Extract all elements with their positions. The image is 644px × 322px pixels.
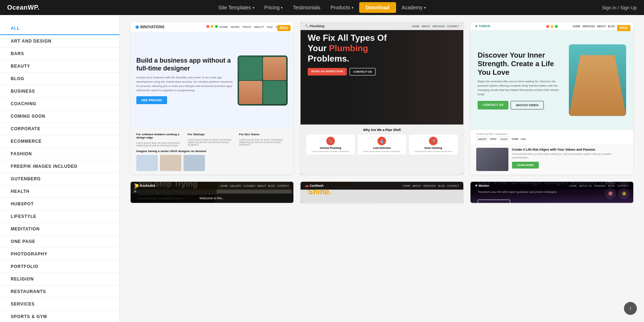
thrive-cta1: CONTACT US bbox=[478, 101, 508, 109]
download-button[interactable]: Download bbox=[359, 2, 396, 13]
scroll-to-top-button[interactable]: ↑ bbox=[624, 302, 637, 315]
window-controls bbox=[206, 25, 218, 28]
sidebar-item-fashion[interactable]: FASHION bbox=[0, 148, 119, 160]
card-preview-mentor: PRO ☀ Mentor HOMEABOUT USTRAININGBLOGCON… bbox=[470, 182, 633, 203]
auth-link[interactable]: Sign In / Sign Up bbox=[602, 5, 637, 10]
dot-red bbox=[546, 25, 549, 28]
thrive-clients-section: Trusted by 500+ companies naturel Diffie… bbox=[470, 130, 633, 144]
card-preview-rocksolid: PRO 🟡 Rocksolid HOMEGALLERYCLASSESABOUTB… bbox=[131, 182, 293, 203]
nav-testimonials[interactable]: Testimonials bbox=[288, 3, 325, 13]
page-wrap: ALL ART AND DESIGN BARS BEAUTY BLOG BUSI… bbox=[0, 15, 644, 322]
sidebar-item-religion[interactable]: RELIGION bbox=[0, 273, 119, 286]
main-content: PRO 🔷 INNOVATIONS HOME WORK PRICE ABOUT … bbox=[120, 15, 644, 322]
sidebar-item-blog[interactable]: BLOG bbox=[0, 73, 119, 85]
chevron-down-icon: ▾ bbox=[424, 6, 426, 10]
sidebar-item-ecommerce[interactable]: ECOMMERCE bbox=[0, 135, 119, 148]
sidebar-item-corporate[interactable]: CORPORATE bbox=[0, 123, 119, 135]
template-grid: PRO 🔷 INNOVATIONS HOME WORK PRICE ABOUT … bbox=[131, 22, 633, 203]
nav-academy[interactable]: Academy ▾ bbox=[397, 3, 430, 13]
rocksolid-footer-preview: Welcome to the... bbox=[131, 194, 293, 203]
chevron-down-icon: ▾ bbox=[352, 6, 353, 10]
sidebar-item-one-page[interactable]: ONE PAGE bbox=[0, 235, 119, 248]
template-card-thrive[interactable]: PRO ★ THRIVE HOMESERVICESABOUTBLOGCONTAC… bbox=[470, 22, 633, 175]
sidebar-item-services[interactable]: SERVICES bbox=[0, 298, 119, 311]
sidebar-item-lifestyle[interactable]: LIFESTYLE bbox=[0, 210, 119, 223]
sidebar-item-health[interactable]: HEALTH bbox=[0, 185, 119, 198]
sidebar-item-beauty[interactable]: BEAUTY bbox=[0, 60, 119, 73]
carwash-hero-sub: Professional car wash services for the c… bbox=[308, 201, 456, 203]
pro-badge: PRO bbox=[277, 25, 291, 31]
dot-red bbox=[206, 25, 209, 28]
sidebar-item-freepik[interactable]: FREEPIK IMAGES INCLUDED bbox=[0, 160, 119, 173]
card-preview-plumbing: PRO 🔧 Plumbing HOMEABOUTSERVICESCONTACT … bbox=[301, 22, 463, 175]
chevron-down-icon: ▾ bbox=[281, 6, 283, 10]
mock-plumb-nav: 🔧 Plumbing HOMEABOUTSERVICESCONTACT bbox=[301, 22, 463, 30]
mock-logo: 🔷 INNOVATIONS bbox=[135, 25, 165, 29]
nav-site-templates[interactable]: Site Templates ▾ bbox=[214, 3, 259, 13]
carwash-nav: 🚗 CarWash HOMEABOUTSERVICESBLOGCONTACT bbox=[301, 182, 463, 190]
sidebar-item-hubspot[interactable]: HUBSPOT bbox=[0, 198, 119, 210]
sidebar-item-business[interactable]: BUSINESS bbox=[0, 85, 119, 98]
plumbing-hero-title: We Fix All Types OfYour PlumbingProblems… bbox=[308, 33, 456, 64]
site-logo[interactable]: OceanWP. bbox=[7, 4, 40, 11]
dot-yellow bbox=[551, 25, 553, 28]
pro-badge: PRO bbox=[617, 25, 630, 31]
template-card-mentor[interactable]: PRO ☀ Mentor HOMEABOUT USTRAININGBLOGCON… bbox=[470, 182, 633, 203]
nav-pricing[interactable]: Pricing ▾ bbox=[260, 3, 287, 13]
rocksolid-nav: 🟡 Rocksolid HOMEGALLERYCLASSESABOUTBLOGC… bbox=[131, 182, 293, 190]
plumbing-cta1: BOOK AN INSPECTION bbox=[308, 68, 347, 75]
category-sidebar: ALL ART AND DESIGN BARS BEAUTY BLOG BUSI… bbox=[0, 15, 120, 322]
window-controls bbox=[546, 25, 558, 28]
nav-products[interactable]: Products ▾ bbox=[326, 3, 357, 13]
sidebar-item-portfolio[interactable]: PORTFOLIO bbox=[0, 260, 119, 273]
sidebar-item-sports-gym[interactable]: SPORTS & GYM bbox=[0, 311, 119, 322]
thrive-section2: Create A Life that Aligns with Your Valu… bbox=[470, 144, 633, 175]
card-preview-thrive: PRO ★ THRIVE HOMESERVICESABOUTBLOGCONTAC… bbox=[470, 22, 633, 175]
mock-section2: For software builders seeking a design e… bbox=[131, 129, 293, 175]
main-nav: Site Templates ▾ Pricing ▾ Testimonials … bbox=[214, 2, 430, 13]
card-preview-innovations: PRO 🔷 INNOVATIONS HOME WORK PRICE ABOUT … bbox=[131, 22, 293, 175]
sidebar-item-all[interactable]: ALL bbox=[0, 22, 119, 35]
chevron-down-icon: ▾ bbox=[253, 6, 254, 10]
template-card-carwash[interactable]: PRO 🚗 CarWash HOMEABOUTSERVICESBLOGCONTA… bbox=[301, 182, 463, 203]
thrive-learn-more: LEARN MORE bbox=[512, 162, 539, 169]
thrive-hero-sub: Begin the essential offer you've been wa… bbox=[478, 79, 563, 97]
sidebar-item-coming-soon[interactable]: COMING SOON bbox=[0, 110, 119, 123]
sidebar-item-art-and-design[interactable]: ART AND DESIGN bbox=[0, 35, 119, 48]
dot-green bbox=[555, 25, 558, 28]
mock-hero-image bbox=[238, 55, 288, 106]
thrive-cta2: WATCH VIDEO bbox=[511, 101, 544, 109]
mentor-cta: LEARN MORE bbox=[478, 200, 510, 203]
sidebar-item-coaching[interactable]: COACHING bbox=[0, 98, 119, 110]
mock-hero-title: Build a business app without a full-time… bbox=[136, 57, 234, 72]
mock-hero-body: Acquire your business with the flexibili… bbox=[136, 75, 234, 93]
dot-green bbox=[215, 25, 218, 28]
dot-yellow bbox=[211, 25, 214, 28]
mentor-hero-sub: Transform your life with expert guidance… bbox=[478, 190, 567, 194]
sidebar-item-bars[interactable]: BARS bbox=[0, 48, 119, 60]
card-preview-carwash: PRO 🚗 CarWash HOMEABOUTSERVICESBLOGCONTA… bbox=[301, 182, 463, 203]
plumbing-cta2: CONTACT US bbox=[350, 68, 376, 75]
template-card-plumbing[interactable]: PRO 🔧 Plumbing HOMEABOUTSERVICESCONTACT … bbox=[301, 22, 463, 175]
thrive-person-image bbox=[569, 44, 626, 116]
template-card-innovations[interactable]: PRO 🔷 INNOVATIONS HOME WORK PRICE ABOUT … bbox=[131, 22, 293, 175]
sidebar-item-restaurants[interactable]: RESTAURANTS bbox=[0, 286, 119, 298]
template-card-rocksolid[interactable]: PRO 🟡 Rocksolid HOMEGALLERYCLASSESABOUTB… bbox=[131, 182, 293, 203]
mock-cta-button: SEE PRICING bbox=[136, 96, 167, 104]
plumbing-services-section: Why Are We a Pipe Shell 🔧 General Plumbi… bbox=[301, 125, 463, 175]
sidebar-item-photography[interactable]: PHOTOGRAPHY bbox=[0, 248, 119, 260]
sidebar-item-gutenberg[interactable]: GUTENBERG bbox=[0, 173, 119, 185]
mentor-icons: 👤 💡 🎯 ⭐ bbox=[605, 182, 630, 199]
mock-hero-section: Build a business app without a full-time… bbox=[131, 32, 293, 129]
main-header: OceanWP. Site Templates ▾ Pricing ▾ Test… bbox=[0, 0, 644, 15]
thrive-hero: Discover Your Inner Strength. Create a L… bbox=[470, 30, 633, 130]
sidebar-item-meditation[interactable]: MEDITATION bbox=[0, 223, 119, 235]
rocksolid-nav-dots bbox=[134, 182, 136, 192]
thrive-hero-title: Discover Your Inner Strength. Create a L… bbox=[478, 51, 563, 77]
